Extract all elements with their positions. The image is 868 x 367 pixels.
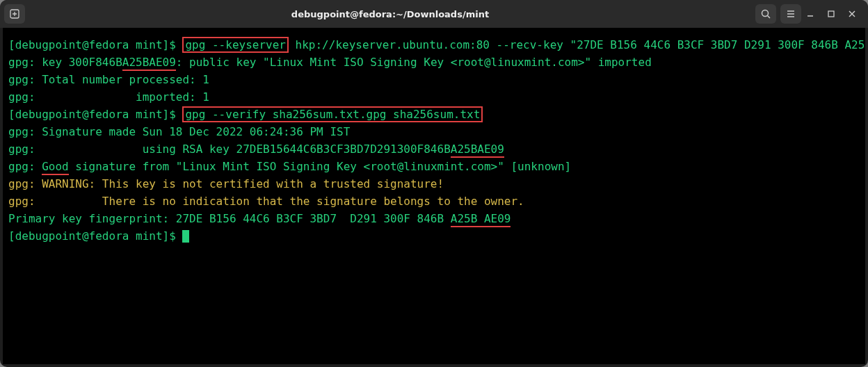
cmd1-highlight: gpg --keyserver	[182, 37, 289, 53]
out1-l1b: : public key "Linux Mint ISO Signing Key…	[176, 56, 652, 69]
prompt: [debugpoint@fedora mint]$	[8, 229, 182, 243]
out2-l2a: gpg: using RSA key 27DEB15644C6B3CF3BD7D…	[8, 142, 451, 156]
cmd2-highlight: gpg --verify sha256sum.txt.gpg sha256sum…	[182, 106, 483, 122]
out1-keyid: A25BAE09	[122, 56, 176, 71]
titlebar: debugpoint@fedora:~/Downloads/mint	[0, 0, 868, 28]
cmd1-rest: hkp://keyserver.ubuntu.com:80 --recv-key…	[289, 38, 865, 51]
out1-l2: gpg: Total number processed: 1	[8, 73, 209, 86]
terminal-body[interactable]: [debugpoint@fedora mint]$ gpg --keyserve…	[3, 28, 865, 364]
svg-line-4	[768, 16, 771, 19]
out2-l5: gpg: There is no indication that the sig…	[8, 195, 524, 208]
new-tab-button[interactable]	[4, 4, 25, 24]
hamburger-menu-button[interactable]	[780, 4, 801, 24]
svg-rect-9	[828, 11, 834, 17]
search-button[interactable]	[755, 4, 776, 24]
out2-l6a: Primary key fingerprint: 27DE B156 44C6 …	[8, 212, 451, 225]
out1-l1a: gpg: key 300F846B	[8, 56, 122, 69]
close-button[interactable]	[847, 9, 864, 19]
out2-keyid: A25BAE09	[451, 142, 504, 158]
out2-l3a: gpg:	[8, 160, 42, 173]
prompt: [debugpoint@fedora mint]$	[8, 108, 182, 121]
terminal-window: debugpoint@fedora:~/Downloads/mint [debu…	[0, 0, 868, 367]
cursor	[182, 230, 189, 243]
svg-point-3	[762, 10, 769, 17]
out2-l3b: signature from "Linux Mint ISO Signing K…	[69, 160, 571, 173]
out2-l1: gpg: Signature made Sun 18 Dec 2022 06:2…	[8, 125, 350, 138]
minimize-button[interactable]	[805, 9, 822, 19]
out2-good: Good	[42, 160, 69, 175]
prompt: [debugpoint@fedora mint]$	[8, 38, 182, 51]
out1-l3: gpg: imported: 1	[8, 90, 209, 104]
out2-l4: gpg: WARNING: This key is not certified …	[8, 177, 444, 190]
out2-fp-tail: A25B AE09	[451, 212, 511, 227]
window-title: debugpoint@fedora:~/Downloads/mint	[29, 9, 751, 19]
maximize-button[interactable]	[826, 9, 843, 19]
